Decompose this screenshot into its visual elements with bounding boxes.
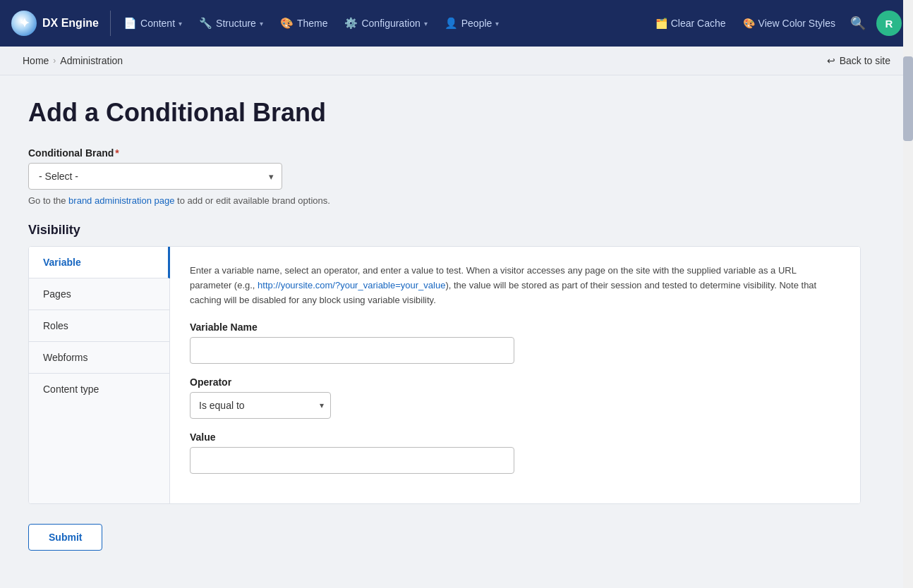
content-icon: 📄 <box>123 17 137 30</box>
search-button[interactable]: 🔍 <box>845 11 871 36</box>
breadcrumb-separator: › <box>53 56 56 66</box>
tab-content-type[interactable]: Content type <box>29 374 169 405</box>
clear-cache-icon: 🗂️ <box>655 18 667 29</box>
conditional-brand-select[interactable]: - Select - <box>28 163 282 190</box>
nav-item-content[interactable]: 📄 Content ▾ <box>116 13 189 34</box>
nav-divider <box>110 11 111 36</box>
user-avatar[interactable]: R <box>876 11 902 36</box>
example-url-link[interactable]: http://yoursite.com/?your_variable=your_… <box>258 280 445 290</box>
visibility-container: Variable Pages Roles Webforms Content ty… <box>28 246 861 504</box>
back-to-site-link[interactable]: ↩ Back to site <box>827 55 890 66</box>
breadcrumb-current: Administration <box>60 55 123 66</box>
operator-select[interactable]: Is equal to Is not equal to Contains Doe… <box>190 392 331 419</box>
breadcrumb-bar: Home › Administration ↩ Back to site <box>0 47 913 75</box>
clear-cache-button[interactable]: 🗂️ Clear Cache <box>648 13 733 33</box>
configuration-chevron: ▾ <box>424 20 428 27</box>
visibility-panel: Enter a variable name, select an operato… <box>170 247 860 503</box>
operator-select-wrapper: Is equal to Is not equal to Contains Doe… <box>190 392 331 419</box>
tab-webforms[interactable]: Webforms <box>29 342 169 374</box>
nav-item-people[interactable]: 👤 People ▾ <box>437 13 507 34</box>
people-icon: 👤 <box>445 17 458 30</box>
structure-chevron: ▾ <box>260 20 263 27</box>
panel-description: Enter a variable name, select an operato… <box>190 264 840 307</box>
back-icon: ↩ <box>827 55 835 66</box>
breadcrumb-home[interactable]: Home <box>23 55 49 66</box>
tab-variable[interactable]: Variable <box>29 247 170 278</box>
tab-pages[interactable]: Pages <box>29 278 169 310</box>
content-chevron: ▾ <box>179 20 182 27</box>
nav-label-people: People <box>461 18 492 29</box>
nav-item-theme[interactable]: 🎨 Theme <box>273 13 335 34</box>
required-star: * <box>115 147 119 159</box>
brand-admin-link[interactable]: brand administration page <box>68 195 174 206</box>
brand-logo: ✦ <box>11 11 37 36</box>
variable-name-label: Variable Name <box>190 321 840 333</box>
conditional-brand-field: Conditional Brand* - Select - ▾ Go to th… <box>28 147 861 206</box>
value-label: Value <box>190 431 840 443</box>
user-initial: R <box>885 18 893 30</box>
variable-name-field: Variable Name <box>190 321 840 364</box>
view-color-styles-label: View Color Styles <box>758 18 835 29</box>
nav-label-configuration: Configuration <box>361 18 420 29</box>
search-icon: 🔍 <box>850 16 866 31</box>
breadcrumb: Home › Administration <box>23 55 123 66</box>
conditional-brand-select-wrapper: - Select - ▾ <box>28 163 282 190</box>
brand-logo-area[interactable]: ✦ DX Engine <box>11 11 99 36</box>
navbar: ✦ DX Engine 📄 Content ▾ 🔧 Structure ▾ 🎨 … <box>0 0 913 47</box>
scrollbar[interactable] <box>903 0 913 588</box>
view-color-styles-button[interactable]: 🎨 View Color Styles <box>736 13 842 33</box>
scrollbar-thumb[interactable] <box>903 56 913 141</box>
nav-label-content: Content <box>140 18 175 29</box>
visibility-tabs: Variable Pages Roles Webforms Content ty… <box>29 247 170 503</box>
page-title: Add a Conditional Brand <box>28 98 861 128</box>
back-label: Back to site <box>840 55 890 66</box>
main-content: Add a Conditional Brand Conditional Bran… <box>0 75 889 579</box>
nav-label-theme: Theme <box>297 18 328 29</box>
submit-button[interactable]: Submit <box>28 524 102 551</box>
conditional-brand-label: Conditional Brand* <box>28 147 861 159</box>
visibility-section-label: Visibility <box>28 223 861 238</box>
operator-label: Operator <box>190 376 840 388</box>
nav-label-structure: Structure <box>216 18 256 29</box>
operator-field: Operator Is equal to Is not equal to Con… <box>190 376 840 419</box>
color-styles-icon: 🎨 <box>743 18 755 29</box>
configuration-icon: ⚙️ <box>344 17 358 30</box>
variable-name-input[interactable] <box>190 337 514 364</box>
nav-item-configuration[interactable]: ⚙️ Configuration ▾ <box>337 13 434 34</box>
structure-icon: 🔧 <box>199 17 212 30</box>
submit-area: Submit <box>28 524 861 551</box>
value-input[interactable] <box>190 447 514 474</box>
theme-icon: 🎨 <box>280 17 294 30</box>
app-name: DX Engine <box>42 17 99 30</box>
people-chevron: ▾ <box>495 20 499 27</box>
value-field: Value <box>190 431 840 474</box>
clear-cache-label: Clear Cache <box>671 18 726 29</box>
conditional-brand-help: Go to the brand administration page to a… <box>28 195 861 206</box>
tab-roles[interactable]: Roles <box>29 310 169 342</box>
nav-item-structure[interactable]: 🔧 Structure ▾ <box>192 13 270 34</box>
